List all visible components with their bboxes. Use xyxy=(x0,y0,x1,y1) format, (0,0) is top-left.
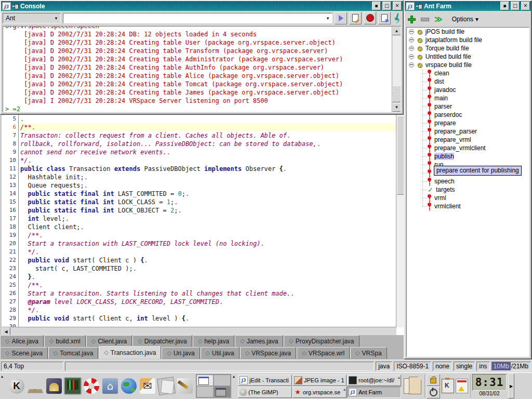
console-output[interactable]: org.vrspace.speech.Speech [java] D 2002/… xyxy=(3,26,401,112)
task-button[interactable]: ★org.vrspace.se▴ xyxy=(292,387,347,398)
tree-build-file[interactable]: ⚙jPOS build file xyxy=(407,28,529,36)
code-line[interactable]: 19 /**. xyxy=(2,231,396,240)
code-area[interactable]: 5.6/**.7Transacton: collects request fro… xyxy=(2,115,396,327)
buffer-tab[interactable]: ◇Dispatcher.java xyxy=(132,335,192,347)
browser-launcher-button[interactable] xyxy=(119,376,138,396)
editor-vertical-scrollbar[interactable] xyxy=(396,115,404,327)
task-button[interactable]: (The GIMP) xyxy=(238,387,292,398)
close-button[interactable]: ✕ xyxy=(393,2,402,10)
organizer-applet-icon[interactable] xyxy=(456,379,468,393)
maximize-button[interactable]: □ xyxy=(382,2,391,10)
tree-target[interactable]: clean xyxy=(407,69,529,77)
editor-horizontal-scrollbar[interactable]: ◀ xyxy=(2,327,396,335)
pager-desktop-1[interactable] xyxy=(196,375,214,386)
scrollbar-thumb[interactable] xyxy=(397,116,404,195)
code-line[interactable]: 5. xyxy=(2,115,396,123)
status-selection-mode[interactable]: single xyxy=(454,362,475,371)
run-target-button[interactable]: ≫ xyxy=(434,16,443,23)
tree-target[interactable]: javadoc xyxy=(407,86,529,94)
buffer-tab[interactable]: ◇Tomcat.java xyxy=(48,347,99,359)
tree-expand-handle[interactable] xyxy=(409,37,414,43)
task-button[interactable]: j3jEdit - Transacti xyxy=(238,375,292,386)
home-launcher-button[interactable]: ⌂ xyxy=(101,376,119,396)
command-input[interactable]: ▾ xyxy=(63,13,332,23)
code-line[interactable]: 8rollback, rollforward, isolation... Pas… xyxy=(2,140,396,148)
buffer-tab[interactable]: ◇ProxyDispatcher.java xyxy=(284,335,359,347)
console-scrollbar[interactable]: ▲ ▼ xyxy=(392,26,401,112)
buffer-tab[interactable]: ◇build.xml xyxy=(44,335,86,347)
task-button[interactable]: root@joe:~/dl/▴ xyxy=(347,375,401,386)
code-line[interactable]: 20 Start a transaction with LAST_COMMITE… xyxy=(2,240,396,248)
code-line[interactable]: 10*/. xyxy=(2,156,396,165)
code-line[interactable]: 29 public void start( Client c, int leve… xyxy=(2,314,396,323)
buffer-tab[interactable]: ◇help.java xyxy=(193,335,235,347)
status-encoding[interactable]: ISO-8859-1 xyxy=(394,362,431,371)
desktop-pager[interactable] xyxy=(196,374,231,398)
pen-launcher-button[interactable] xyxy=(176,376,194,396)
buffer-tab[interactable]: ◇Scene.java xyxy=(0,347,48,359)
maximize-button[interactable]: □ xyxy=(511,2,520,10)
code-line[interactable]: 26 Start a transaciton. Starts listening… xyxy=(2,289,396,298)
scroll-up-button[interactable]: ▲ xyxy=(392,26,401,35)
panel-hide-left[interactable]: ▴ xyxy=(1,374,6,398)
shell-launcher-button[interactable] xyxy=(45,376,63,396)
options-menu-button[interactable]: Options ▾ xyxy=(452,16,478,23)
mail-launcher-button[interactable]: ✉ xyxy=(138,376,157,396)
document-stack-icon[interactable] xyxy=(403,376,422,396)
tree-build-file[interactable]: ⚙Untitled build file xyxy=(407,52,529,61)
code-line[interactable]: 21 */. xyxy=(2,248,396,256)
scroll-down-button[interactable]: ▼ xyxy=(392,103,401,112)
code-line[interactable]: 18 Client client;. xyxy=(2,223,396,231)
clear-button[interactable] xyxy=(378,12,391,24)
tree-target[interactable]: parser xyxy=(407,102,529,111)
code-line[interactable]: 9cannot send nor receive network events.… xyxy=(2,148,396,156)
minimize-button[interactable]: ▪ xyxy=(372,2,381,10)
remove-build-file-button[interactable] xyxy=(421,18,429,21)
status-overwrite-mode[interactable]: ins xyxy=(476,362,489,371)
buffer-tab[interactable]: ◇VRSpace.java xyxy=(240,347,297,359)
tree-target[interactable]: dist xyxy=(407,77,529,86)
close-button[interactable]: ✕ xyxy=(521,2,530,10)
code-line[interactable]: 15 public static final int LOCK_CLASS = … xyxy=(2,198,396,206)
status-fold-mode[interactable]: none xyxy=(433,362,452,371)
run-button[interactable] xyxy=(335,12,347,24)
tree-target[interactable]: prepare_vrmlclient xyxy=(407,144,529,152)
tree-target[interactable]: parserdoc xyxy=(407,111,529,119)
tree-target[interactable]: prepare_vrml xyxy=(407,136,529,144)
tree-target[interactable]: vrmlclient xyxy=(407,202,529,210)
tree-expand-handle[interactable] xyxy=(409,46,414,51)
text-editor[interactable]: 5.6/**.7Transacton: collects request fro… xyxy=(0,115,404,335)
code-line[interactable]: 25 /**. xyxy=(2,281,396,289)
tree-build-file[interactable]: ⚙jxtaplatform build file xyxy=(407,36,529,44)
code-line[interactable]: 28 */. xyxy=(2,306,396,314)
buffer-tab[interactable]: ◇Client.java xyxy=(86,335,132,347)
pager-desktop-4[interactable] xyxy=(214,386,231,397)
code-line[interactable]: 7Transacton: collects request from a cli… xyxy=(2,131,396,140)
minimize-button[interactable]: ▪ xyxy=(500,2,509,10)
buffer-tab[interactable]: ◇James.java xyxy=(235,335,283,347)
clock-applet[interactable]: 8:31 08/31/02 xyxy=(472,374,507,398)
papers-launcher-button[interactable] xyxy=(157,376,176,396)
tree-target[interactable]: speech xyxy=(407,177,529,185)
tree-target[interactable]: prepare_parser xyxy=(407,127,529,136)
buffer-tab[interactable]: ◇VRSpace.wrl xyxy=(297,347,350,359)
lock-screen-button[interactable] xyxy=(427,374,440,386)
tree-expand-handle[interactable] xyxy=(409,29,414,34)
code-line[interactable]: 14 public static final int LAST_COMMITED… xyxy=(2,190,396,198)
kmenu-launcher-button[interactable]: K xyxy=(7,376,26,396)
console-titlebar[interactable]: j3 Console ▪ □ ✕ xyxy=(1,1,403,11)
antfarm-titlebar[interactable]: j3 Ant Farm ▪ □ ✕ xyxy=(405,1,531,11)
code-line[interactable]: 27 @param level LOCK_CLASS, LOCK_RECORD,… xyxy=(2,298,396,306)
scrollbar-thumb[interactable] xyxy=(392,86,401,102)
buffer-tab[interactable]: ◇Uri.java xyxy=(162,347,200,359)
task-button[interactable]: j3Ant Farm xyxy=(347,387,401,398)
buffer-tab[interactable]: ◇VRSpa xyxy=(350,347,387,359)
code-line[interactable]: 11public class Transaction extends Passi… xyxy=(2,165,396,173)
run-to-buffer-button[interactable] xyxy=(349,12,362,24)
code-line[interactable]: 17 int level;. xyxy=(2,215,396,223)
tree-build-file[interactable]: ⚙vrspace build file xyxy=(407,61,529,69)
tree-target[interactable]: vrml xyxy=(407,194,529,202)
status-mode[interactable]: java xyxy=(376,362,392,371)
buffer-tab[interactable]: ◇Util.java xyxy=(201,347,240,359)
konsole-launcher-button[interactable] xyxy=(63,376,82,396)
